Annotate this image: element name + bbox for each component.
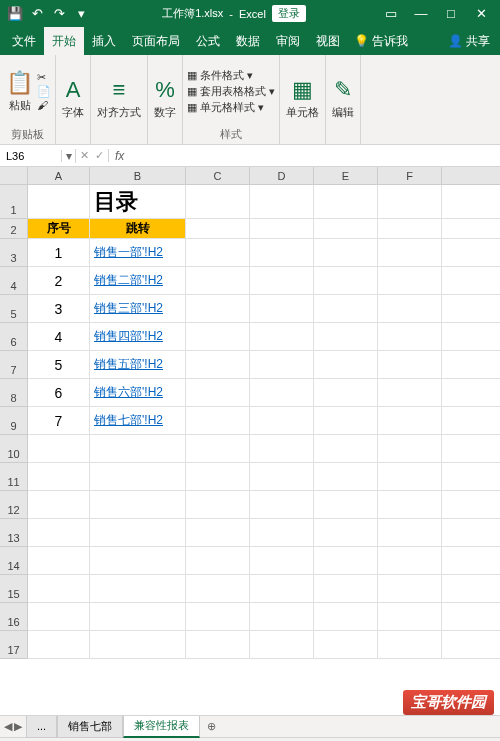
- hyperlink[interactable]: 销售二部'!H2: [94, 272, 163, 289]
- row-header[interactable]: 9: [0, 407, 27, 435]
- tab-data[interactable]: 数据: [228, 27, 268, 55]
- row-header[interactable]: 5: [0, 295, 27, 323]
- row-header[interactable]: 12: [0, 491, 27, 519]
- qat-customize-icon[interactable]: ▾: [70, 3, 92, 25]
- row-header[interactable]: 11: [0, 463, 27, 491]
- link-cell[interactable]: 销售五部'!H2: [90, 351, 186, 378]
- seq-cell[interactable]: 4: [28, 323, 90, 350]
- hyperlink[interactable]: 销售六部'!H2: [94, 384, 163, 401]
- minimize-icon[interactable]: —: [406, 0, 436, 27]
- ribbon-options-icon[interactable]: ▭: [376, 0, 406, 27]
- login-button[interactable]: 登录: [272, 5, 306, 22]
- header-jump[interactable]: 跳转: [90, 219, 186, 238]
- col-header[interactable]: B: [90, 167, 186, 184]
- seq-cell[interactable]: 2: [28, 267, 90, 294]
- title-cell[interactable]: 目录: [90, 185, 186, 218]
- link-cell[interactable]: 销售二部'!H2: [90, 267, 186, 294]
- row-header[interactable]: 15: [0, 575, 27, 603]
- seq-cell[interactable]: 3: [28, 295, 90, 322]
- link-cell[interactable]: 销售一部'!H2: [90, 239, 186, 266]
- cut-icon[interactable]: ✂: [37, 71, 51, 84]
- fx-label[interactable]: fx: [109, 149, 130, 163]
- row-header[interactable]: 4: [0, 267, 27, 295]
- undo-icon[interactable]: ↶: [26, 3, 48, 25]
- link-cell[interactable]: 销售三部'!H2: [90, 295, 186, 322]
- editing-button[interactable]: ✎编辑: [330, 75, 356, 122]
- cells-button[interactable]: ▦单元格: [284, 75, 321, 122]
- cell[interactable]: [28, 185, 90, 218]
- fx-cancel-icon[interactable]: ✕: [80, 149, 89, 162]
- sheet-tab-active[interactable]: 兼容性报表: [123, 716, 200, 738]
- col-header[interactable]: A: [28, 167, 90, 184]
- hyperlink[interactable]: 销售七部'!H2: [94, 412, 163, 429]
- sheet-tab[interactable]: 销售七部: [57, 716, 123, 738]
- window-title: 工作簿1.xlsx - Excel 登录: [92, 5, 376, 22]
- hyperlink[interactable]: 销售一部'!H2: [94, 244, 163, 261]
- add-sheet-icon[interactable]: ⊕: [200, 720, 222, 733]
- col-header[interactable]: D: [250, 167, 314, 184]
- sheet-next-icon[interactable]: ▶: [14, 720, 22, 733]
- row-header[interactable]: 10: [0, 435, 27, 463]
- sheet-tab-ellipsis[interactable]: ...: [26, 716, 57, 738]
- table-format-button[interactable]: ▦套用表格格式▾: [187, 84, 275, 99]
- number-button[interactable]: %数字: [152, 75, 178, 122]
- name-box[interactable]: L36: [0, 150, 62, 162]
- maximize-icon[interactable]: □: [436, 0, 466, 27]
- row-header[interactable]: 14: [0, 547, 27, 575]
- table-row: [28, 519, 500, 547]
- seq-cell[interactable]: 7: [28, 407, 90, 434]
- col-header[interactable]: E: [314, 167, 378, 184]
- font-button[interactable]: A字体: [60, 75, 86, 122]
- link-cell[interactable]: 销售四部'!H2: [90, 323, 186, 350]
- col-header[interactable]: C: [186, 167, 250, 184]
- name-box-dropdown-icon[interactable]: ▾: [62, 149, 76, 163]
- copy-icon[interactable]: 📄: [37, 85, 51, 98]
- save-icon[interactable]: 💾: [4, 3, 26, 25]
- format-painter-icon[interactable]: 🖌: [37, 99, 51, 111]
- tab-file[interactable]: 文件: [4, 27, 44, 55]
- seq-cell[interactable]: 6: [28, 379, 90, 406]
- tab-view[interactable]: 视图: [308, 27, 348, 55]
- cell-style-button[interactable]: ▦单元格样式▾: [187, 100, 275, 115]
- seq-cell[interactable]: 1: [28, 239, 90, 266]
- tab-formulas[interactable]: 公式: [188, 27, 228, 55]
- link-cell[interactable]: 销售七部'!H2: [90, 407, 186, 434]
- hyperlink[interactable]: 销售三部'!H2: [94, 300, 163, 317]
- styles-label: 样式: [187, 125, 275, 144]
- alignment-button[interactable]: ≡对齐方式: [95, 75, 143, 122]
- fx-confirm-icon[interactable]: ✓: [95, 149, 104, 162]
- tab-home[interactable]: 开始: [44, 27, 84, 55]
- row-header[interactable]: 2: [0, 219, 27, 239]
- row-header[interactable]: 1: [0, 185, 27, 219]
- table-row: 目录: [28, 185, 500, 219]
- tab-layout[interactable]: 页面布局: [124, 27, 188, 55]
- share-button[interactable]: 👤共享: [442, 33, 496, 50]
- row-header[interactable]: 3: [0, 239, 27, 267]
- row-header[interactable]: 8: [0, 379, 27, 407]
- row-header[interactable]: 13: [0, 519, 27, 547]
- tellme[interactable]: 💡告诉我: [348, 33, 414, 50]
- header-seq[interactable]: 序号: [28, 219, 90, 238]
- select-all-corner[interactable]: [0, 167, 28, 185]
- seq-cell[interactable]: 5: [28, 351, 90, 378]
- tab-review[interactable]: 审阅: [268, 27, 308, 55]
- conditional-format-button[interactable]: ▦条件格式▾: [187, 68, 275, 83]
- cells-area[interactable]: 目录 序号 跳转 1销售一部'!H2 2销售二部'!H2 3销售三部'!H2 4…: [28, 185, 500, 715]
- tab-insert[interactable]: 插入: [84, 27, 124, 55]
- link-cell[interactable]: 销售六部'!H2: [90, 379, 186, 406]
- cellstyle-icon: ▦: [187, 101, 197, 114]
- paste-button[interactable]: 📋 粘贴: [4, 68, 35, 115]
- table-row: [28, 575, 500, 603]
- hyperlink[interactable]: 销售四部'!H2: [94, 328, 163, 345]
- sheet-prev-icon[interactable]: ◀: [4, 720, 12, 733]
- hyperlink[interactable]: 销售五部'!H2: [94, 356, 163, 373]
- redo-icon[interactable]: ↷: [48, 3, 70, 25]
- row-header[interactable]: 6: [0, 323, 27, 351]
- row-header[interactable]: 7: [0, 351, 27, 379]
- close-icon[interactable]: ✕: [466, 0, 496, 27]
- cells-icon: ▦: [292, 77, 313, 103]
- row-header[interactable]: 16: [0, 603, 27, 631]
- ribbon-tabs: 文件 开始 插入 页面布局 公式 数据 审阅 视图 💡告诉我 👤共享: [0, 27, 500, 55]
- row-header[interactable]: 17: [0, 631, 27, 659]
- col-header[interactable]: F: [378, 167, 442, 184]
